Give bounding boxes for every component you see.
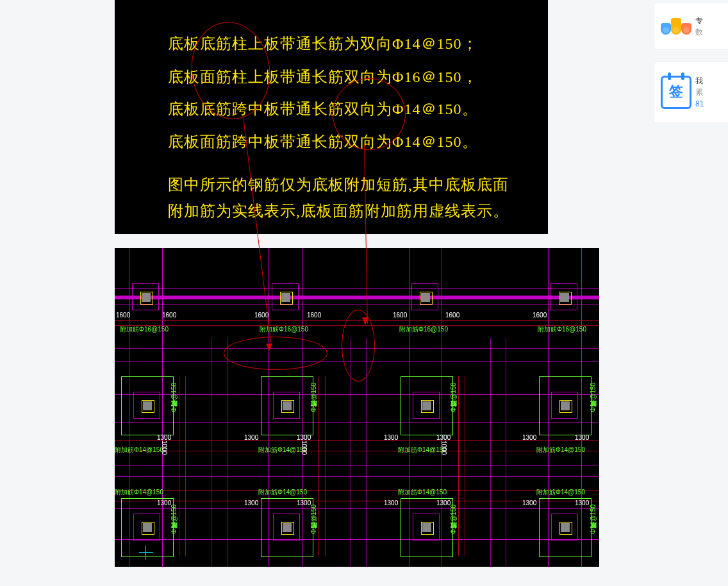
rebar-label: 附加筋Φ16@150 xyxy=(538,325,586,334)
cad-text-panel: 底板底筋柱上板带通长筋为双向Φ14＠150； 底板面筋柱上板带通长筋双向为Φ16… xyxy=(115,0,548,234)
rebar-label: 附加筋Φ16@150 xyxy=(120,325,169,334)
column-pillar xyxy=(272,283,299,310)
calendar-glyph: 签 xyxy=(663,78,690,106)
grid-line-horizontal xyxy=(115,465,599,465)
dim-1300: 1300 xyxy=(384,499,398,506)
center-mark xyxy=(139,552,153,553)
dim-1600: 1600 xyxy=(307,312,321,319)
rebar-label: 附加筋Φ14@150 xyxy=(115,446,163,455)
dim-1000: 1000 xyxy=(161,440,168,455)
rebar-label-vertical: 附加筋Φ14@150 xyxy=(170,383,179,412)
dim-1300: 1300 xyxy=(522,434,536,441)
dim-1300: 1300 xyxy=(244,499,258,506)
rebar-label-vertical: 附加筋Φ14@150 xyxy=(589,383,598,412)
dim-1300: 1300 xyxy=(436,499,451,506)
grid-line-horizontal xyxy=(115,508,599,509)
dim-1600: 1600 xyxy=(162,312,176,319)
rebar-label-vertical: 附加筋Φ14@150 xyxy=(589,505,598,534)
column-pillar xyxy=(550,283,577,310)
dim-1600: 1600 xyxy=(445,312,459,319)
dim-1300: 1300 xyxy=(244,434,258,441)
column-pillar xyxy=(273,392,300,419)
rebar-label: 附加筋Φ14@150 xyxy=(258,446,307,455)
rebar-label-vertical: 附加筋Φ14@150 xyxy=(449,383,458,412)
rebar-line-vertical xyxy=(465,376,465,556)
grid-line-horizontal xyxy=(115,288,599,289)
column-pillar xyxy=(413,514,440,540)
rebar-line-vertical xyxy=(185,376,186,556)
rebar-label-vertical: 附加筋Φ14@150 xyxy=(310,383,318,412)
grid-line-horizontal xyxy=(115,305,599,305)
rebar-label: 附加筋Φ14@150 xyxy=(398,488,447,497)
rebar-label: 附加筋Φ14@150 xyxy=(536,446,585,455)
column-pillar xyxy=(132,283,159,310)
rebar-label-vertical: 附加筋Φ14@150 xyxy=(170,505,179,534)
grid-line-horizontal xyxy=(115,539,599,540)
cad-note-line-5: 图中所示的钢筋仅为底板附加短筋,其中底板底面 xyxy=(168,176,509,193)
dim-1600: 1600 xyxy=(393,312,407,319)
center-mark xyxy=(145,546,146,560)
sidebar-card-signin[interactable]: 签 我 累 81 xyxy=(654,62,728,123)
rebar-label-vertical: 附加筋Φ14@150 xyxy=(310,505,318,534)
card-subtitle: 累 xyxy=(695,87,704,98)
dim-1000: 1000 xyxy=(440,440,447,455)
dim-1300: 1300 xyxy=(575,499,589,506)
cad-note-line-4: 底板面筋跨中板带通长筋双向为Φ14＠150。 xyxy=(168,133,478,150)
column-pillar xyxy=(411,283,438,310)
dim-1300: 1300 xyxy=(575,434,589,441)
column-pillar xyxy=(133,514,160,540)
dim-1300: 1300 xyxy=(297,499,311,506)
grid-line-vertical xyxy=(227,338,228,567)
dim-1300: 1300 xyxy=(384,434,398,441)
rebar-line-vertical xyxy=(458,376,459,556)
rebar-line-vertical xyxy=(325,376,326,556)
rebar-label: 附加筋Φ14@150 xyxy=(536,488,585,497)
column-pillar xyxy=(413,392,440,419)
dim-1000: 1000 xyxy=(301,440,308,455)
medal-icon xyxy=(661,11,691,42)
card-title: 我 xyxy=(695,75,704,87)
column-pillar xyxy=(273,514,300,540)
grid-line-horizontal xyxy=(115,423,599,423)
rebar-line xyxy=(115,451,599,451)
card-link[interactable]: 81 xyxy=(695,98,704,110)
rebar-label: 附加筋Φ14@150 xyxy=(398,446,447,455)
calendar-icon: 签 xyxy=(661,77,691,108)
grid-line-horizontal xyxy=(115,394,599,395)
grid-line-vertical xyxy=(211,338,211,567)
card-title: 专 xyxy=(695,15,703,26)
dim-1300: 1300 xyxy=(522,499,536,506)
arrow-head-icon xyxy=(362,317,368,325)
dim-1600: 1600 xyxy=(116,312,130,319)
card-subtitle: 数 xyxy=(695,26,703,38)
grid-line-horizontal xyxy=(115,296,599,299)
column-pillar xyxy=(551,514,578,540)
rebar-label: 附加筋Φ16@150 xyxy=(260,325,308,334)
dim-1300: 1300 xyxy=(157,499,171,506)
rebar-label: 附加筋Φ14@150 xyxy=(258,488,307,497)
column-pillar xyxy=(133,392,160,419)
grid-line-vertical xyxy=(490,338,491,567)
cad-drawing-panel: 1600 1600 1600 1600 1600 1600 1600 附加筋Φ1… xyxy=(115,248,599,567)
annotation-ellipse-bottom-right xyxy=(342,310,375,381)
annotation-ellipse-top-right xyxy=(333,78,406,150)
dim-1600: 1600 xyxy=(533,312,547,319)
grid-line-horizontal xyxy=(115,476,599,477)
cad-note-line-6: 附加筋为实线表示,底板面筋附加筋用虚线表示。 xyxy=(168,203,509,219)
rebar-line-vertical xyxy=(318,376,319,556)
annotation-ellipse-bottom-left xyxy=(224,337,327,370)
rebar-line xyxy=(115,490,599,491)
rebar-label: 附加筋Φ14@150 xyxy=(115,488,163,497)
column-pillar xyxy=(551,392,578,419)
sidebar-card-ranking[interactable]: 专 数 xyxy=(654,3,728,50)
rebar-line-vertical xyxy=(179,376,179,556)
arrow-head-icon xyxy=(266,344,272,351)
grid-line-vertical xyxy=(506,338,506,567)
rebar-label-vertical: 附加筋Φ14@150 xyxy=(449,505,458,534)
rebar-label: 附加筋Φ16@150 xyxy=(399,325,448,334)
